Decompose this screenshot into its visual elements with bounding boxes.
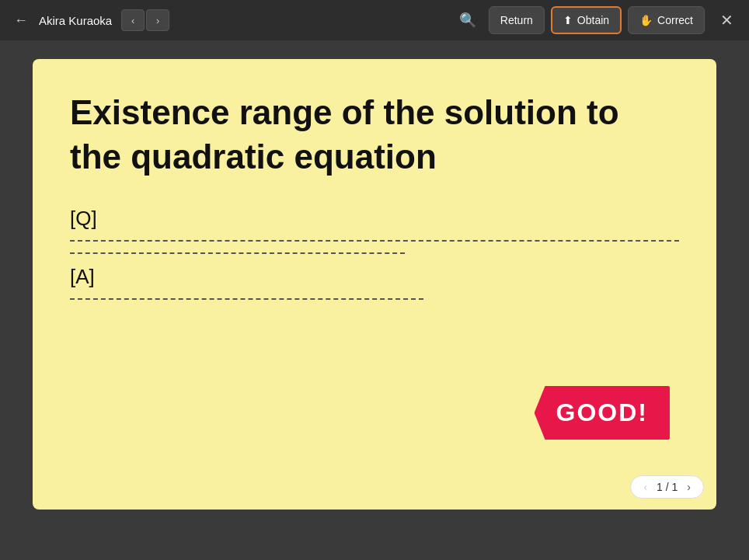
nav-prev-button[interactable]: ‹ (121, 9, 145, 31)
page-next-button[interactable]: › (684, 479, 694, 495)
back-button[interactable]: ← (9, 9, 33, 32)
card-title: Existence range of the solution to the q… (70, 90, 679, 179)
correct-button[interactable]: ✋ Correct (628, 6, 705, 34)
user-name: Akira Kuraoka (39, 14, 112, 27)
return-label: Return (500, 14, 533, 26)
search-button[interactable]: 🔍 (453, 7, 482, 33)
pagination: ‹ 1 / 1 › (630, 475, 704, 499)
content-card: Existence range of the solution to the q… (33, 59, 716, 510)
obtain-button[interactable]: ⬆ Obtain (551, 6, 622, 34)
topbar: ← Akira Kuraoka ‹ › 🔍 Return ⬆ Obtain ✋ … (0, 0, 749, 40)
nav-arrows: ‹ › (121, 9, 169, 31)
good-badge: GOOD! (535, 386, 670, 440)
answer-label: [A] (70, 265, 679, 289)
question-label: [Q] (70, 207, 679, 231)
search-icon: 🔍 (459, 12, 476, 28)
obtain-icon: ⬆ (563, 14, 573, 26)
nav-next-button[interactable]: › (146, 9, 169, 31)
obtain-label: Obtain (577, 14, 609, 26)
correct-icon: ✋ (639, 14, 653, 26)
close-button[interactable]: ✕ (714, 8, 740, 33)
page-indicator: 1 / 1 (657, 481, 678, 493)
dashed-line-1 (70, 240, 679, 242)
main-content: Existence range of the solution to the q… (0, 40, 749, 560)
return-button[interactable]: Return (489, 6, 545, 34)
correct-label: Correct (657, 14, 693, 26)
dashed-line-3 (70, 298, 423, 300)
page-prev-button[interactable]: ‹ (640, 479, 650, 495)
dashed-line-2 (70, 252, 405, 254)
